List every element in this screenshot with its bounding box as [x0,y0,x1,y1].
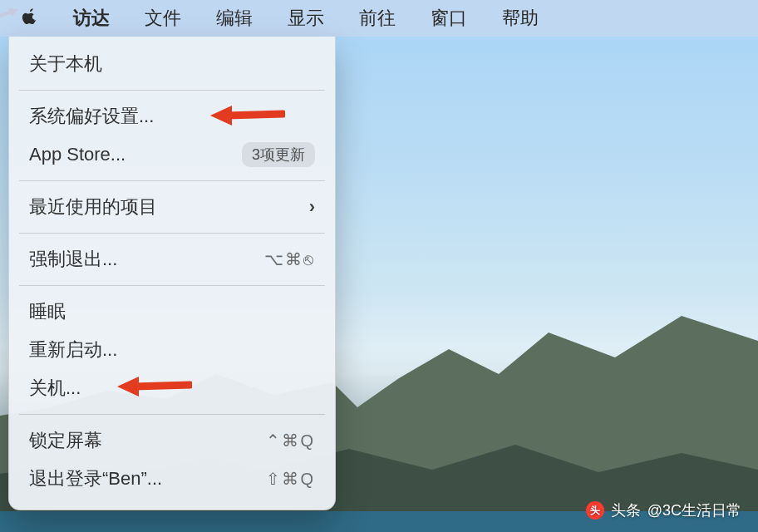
menu-item-label: App Store... [29,144,126,165]
menu-separator [19,90,325,91]
menu-item-shutdown[interactable]: 关机... [9,369,335,407]
menu-separator [19,285,325,286]
menu-item-logout[interactable]: 退出登录“Ben”... ⇧⌘Q [9,460,335,498]
annotation-arrow-sysprefs [210,104,285,127]
menu-item-force-quit[interactable]: 强制退出... ⌥⌘⎋ [9,240,335,278]
apple-menu-dropdown: 关于本机 系统偏好设置... App Store... 3项更新 最近使用的项目… [8,37,336,510]
watermark-handle: @3C生活日常 [647,500,741,520]
svg-marker-6 [117,377,139,397]
menu-item-system-prefs[interactable]: 系统偏好设置... [9,97,335,135]
menu-item-about[interactable]: 关于本机 [9,45,335,83]
menu-separator [19,180,325,181]
toutiao-logo-icon: 头 [586,501,604,520]
menubar-item-label: 文件 [145,7,181,28]
menu-item-label: 关机... [29,376,81,401]
apple-menu-button[interactable] [7,3,53,33]
menubar-item-label: 前往 [359,7,396,28]
menubar-item-finder[interactable]: 访达 [58,2,125,34]
svg-line-5 [134,385,190,387]
macos-desktop: 访达 文件 编辑 显示 前往 窗口 帮助 关于本机 系统偏好设置... App … [0,0,758,532]
menu-item-lock-screen[interactable]: 锁定屏幕 ⌃⌘Q [9,421,335,460]
menubar-item-view[interactable]: 显示 [273,2,339,34]
menu-item-label: 关于本机 [29,52,102,76]
menubar-item-go[interactable]: 前往 [344,2,411,34]
keyboard-shortcut: ⌥⌘⎋ [264,249,315,269]
watermark-prefix: 头条 [611,500,641,520]
menubar-item-label: 帮助 [502,7,539,28]
svg-line-3 [227,114,283,116]
menu-separator [19,414,325,415]
annotation-arrow-shutdown [117,375,192,398]
menubar-item-edit[interactable]: 编辑 [201,2,268,34]
menu-item-restart[interactable]: 重新启动... [9,331,335,369]
menubar: 访达 文件 编辑 显示 前往 窗口 帮助 [0,0,758,37]
watermark: 头 头条 @3C生活日常 [586,500,741,520]
appstore-updates-badge: 3项更新 [242,142,315,167]
menu-item-label: 睡眠 [29,299,66,324]
chevron-right-icon: › [309,196,315,218]
menubar-item-file[interactable]: 文件 [130,2,196,34]
menu-item-sleep[interactable]: 睡眠 [9,293,335,331]
menu-item-label: 退出登录“Ben”... [29,466,162,491]
keyboard-shortcut: ⇧⌘Q [266,469,315,489]
menu-item-appstore[interactable]: App Store... 3项更新 [9,135,335,174]
menu-item-label: 强制退出... [29,247,117,272]
menubar-item-label: 窗口 [431,7,467,28]
keyboard-shortcut: ⌃⌘Q [266,431,315,451]
menu-item-label: 系统偏好设置... [29,104,154,129]
menu-item-label: 锁定屏幕 [29,428,102,453]
menu-separator [19,233,325,234]
menubar-item-label: 显示 [288,7,324,28]
menu-item-label: 重新启动... [29,337,117,362]
menubar-item-label: 编辑 [216,7,253,28]
menu-item-recent[interactable]: 最近使用的项目 › [9,188,335,226]
menubar-item-label: 访达 [73,7,110,28]
apple-logo-icon [22,7,38,25]
menu-item-label: 最近使用的项目 [29,195,157,219]
menubar-item-window[interactable]: 窗口 [416,2,482,34]
svg-marker-4 [210,106,232,126]
menubar-item-help[interactable]: 帮助 [487,2,554,34]
